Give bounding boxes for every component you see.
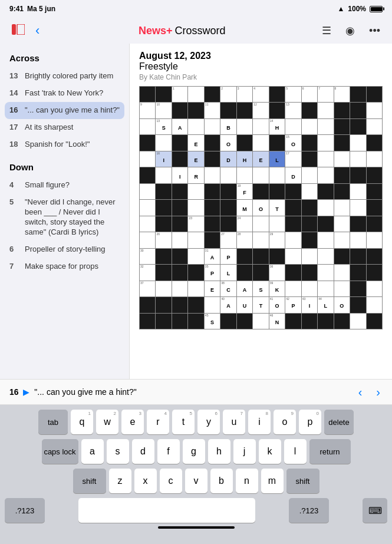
grid-cell-6_6[interactable]: 19F	[237, 184, 252, 199]
grid-cell-13_6[interactable]: U	[237, 297, 252, 312]
across-clue-18[interactable]: 18Spanish for "Look!"	[0, 136, 129, 153]
grid-cell-2_7[interactable]	[253, 119, 268, 134]
grid-cell-9_11[interactable]	[318, 232, 333, 248]
grid-cell-0_10[interactable]: 6	[302, 87, 317, 102]
grid-cell-0_6[interactable]: 3	[237, 87, 252, 102]
grid-cell-12_10[interactable]	[302, 281, 317, 296]
key-y[interactable]: 6y	[197, 410, 220, 434]
return-key[interactable]: return	[309, 439, 351, 464]
key-h[interactable]: h	[208, 439, 230, 464]
grid-cell-9_6[interactable]: 28	[237, 232, 252, 248]
grid-cell-4_7[interactable]: E	[253, 151, 268, 167]
grid-cell-12_1[interactable]	[156, 281, 171, 296]
grid-cell-7_8[interactable]: T	[269, 200, 285, 215]
grid-cell-13_11[interactable]: 44L	[318, 297, 333, 312]
grid-cell-10_4[interactable]: 31A	[205, 249, 220, 264]
key-a[interactable]: a	[81, 439, 104, 464]
key-r[interactable]: 4r	[147, 410, 169, 434]
grid-cell-4_12[interactable]	[334, 151, 350, 167]
key-b[interactable]: b	[210, 469, 233, 493]
grid-cell-2_0[interactable]	[140, 119, 155, 134]
grid-cell-2_9[interactable]	[285, 119, 301, 134]
grid-cell-3_7[interactable]	[253, 135, 268, 150]
grid-cell-9_12[interactable]	[334, 232, 350, 248]
grid-cell-10_11[interactable]	[318, 249, 333, 264]
grid-cell-0_12[interactable]: 8	[334, 87, 350, 102]
across-clue-17[interactable]: 17At its sharpest	[0, 119, 129, 136]
across-clue-13[interactable]: 13Brightly colored party item	[0, 68, 129, 85]
grid-cell-3_3[interactable]: E	[188, 135, 203, 150]
grid-cell-6_3[interactable]	[188, 184, 203, 199]
crossword-grid[interactable]: 1234567891011121313SAB14HEO15O16IEDHEL17…	[139, 86, 383, 329]
grid-cell-3_9[interactable]: 15O	[285, 135, 301, 150]
key-i[interactable]: 8i	[248, 410, 271, 434]
grid-cell-7_12[interactable]	[334, 200, 350, 215]
grid-cell-12_8[interactable]: 39K	[269, 281, 285, 296]
grid-cell-10_5[interactable]: P	[220, 249, 236, 264]
grid-cell-2_4[interactable]	[205, 119, 220, 134]
grid-cell-13_8[interactable]: 41O	[269, 297, 285, 312]
grid-cell-5_4[interactable]	[205, 167, 220, 183]
grid-cell-1_14[interactable]	[367, 103, 382, 118]
key-l[interactable]: l	[284, 439, 307, 464]
grid-cell-0_5[interactable]: 2	[220, 87, 236, 102]
profile-icon-button[interactable]: ◉	[343, 22, 357, 39]
grid-cell-0_11[interactable]: 7	[318, 87, 333, 102]
grid-cell-8_8[interactable]	[269, 216, 285, 232]
grid-cell-5_11[interactable]	[318, 167, 333, 183]
grid-cell-2_14[interactable]	[367, 119, 382, 134]
across-clue-16[interactable]: 16"... can you give me a hint?"	[5, 102, 124, 119]
across-clue-14[interactable]: 14Fast 'trak to New York?	[0, 85, 129, 102]
grid-cell-4_5[interactable]: D	[220, 151, 236, 167]
grid-cell-12_5[interactable]: 38C	[220, 281, 236, 296]
grid-cell-11_11[interactable]	[318, 265, 333, 280]
grid-cell-7_7[interactable]: O	[253, 200, 268, 215]
bottom-right-key[interactable]: .?123	[289, 498, 329, 523]
caps-lock-key[interactable]: caps lock	[42, 439, 78, 464]
grid-cell-0_3[interactable]	[188, 87, 203, 102]
grid-cell-2_10[interactable]	[302, 119, 317, 134]
prev-clue-button[interactable]: ‹	[356, 383, 365, 401]
key-f[interactable]: f	[157, 439, 180, 464]
grid-cell-6_13[interactable]	[350, 184, 365, 199]
grid-cell-4_13[interactable]	[350, 151, 365, 167]
grid-cell-2_3[interactable]	[188, 119, 203, 134]
grid-cell-7_11[interactable]	[318, 200, 333, 215]
grid-cell-10_10[interactable]	[302, 249, 317, 264]
grid-cell-14_13[interactable]	[350, 314, 365, 329]
grid-cell-3_1[interactable]	[156, 135, 171, 150]
grid-cell-3_5[interactable]: O	[220, 135, 236, 150]
key-q[interactable]: 1q	[71, 410, 93, 434]
key-k[interactable]: k	[259, 439, 281, 464]
grid-cell-1_4[interactable]: 11	[205, 103, 220, 118]
key-o[interactable]: 9o	[274, 410, 296, 434]
grid-cell-1_11[interactable]	[318, 103, 333, 118]
grid-cell-7_0[interactable]	[140, 200, 155, 215]
grid-cell-5_1[interactable]	[156, 167, 171, 183]
keyboard-icon-button[interactable]: ⌨	[363, 498, 387, 523]
grid-cell-11_4[interactable]: 35P	[205, 265, 220, 280]
grid-cell-12_9[interactable]	[285, 281, 301, 296]
grid-cell-5_7[interactable]	[253, 167, 268, 183]
key-w[interactable]: 2w	[96, 410, 118, 434]
tab-key[interactable]: tab	[38, 410, 68, 434]
grid-cell-8_7[interactable]	[253, 216, 268, 232]
key-g[interactable]: g	[183, 439, 205, 464]
grid-cell-1_9[interactable]: 13	[285, 103, 301, 118]
grid-cell-6_0[interactable]	[140, 184, 155, 199]
grid-cell-4_6[interactable]: H	[237, 151, 252, 167]
grid-cell-11_5[interactable]: L	[220, 265, 236, 280]
grid-cell-8_12[interactable]	[334, 216, 350, 232]
sidebar-toggle-button[interactable]	[9, 22, 27, 40]
more-icon-button[interactable]: •••	[367, 22, 383, 39]
back-button[interactable]: ‹	[33, 21, 42, 41]
grid-cell-12_12[interactable]	[334, 281, 350, 296]
grid-cell-4_0[interactable]	[140, 151, 155, 167]
grid-cell-1_7[interactable]: 12	[253, 103, 268, 118]
down-clue-5[interactable]: 5"Never did I change, never been ___ / N…	[0, 194, 129, 241]
key-z[interactable]: z	[109, 469, 131, 493]
bottom-left-key[interactable]: .?123	[5, 498, 45, 523]
grid-cell-14_8[interactable]: 46N	[269, 314, 285, 329]
key-c[interactable]: c	[160, 469, 182, 493]
grid-cell-14_4[interactable]: 45S	[205, 314, 220, 329]
